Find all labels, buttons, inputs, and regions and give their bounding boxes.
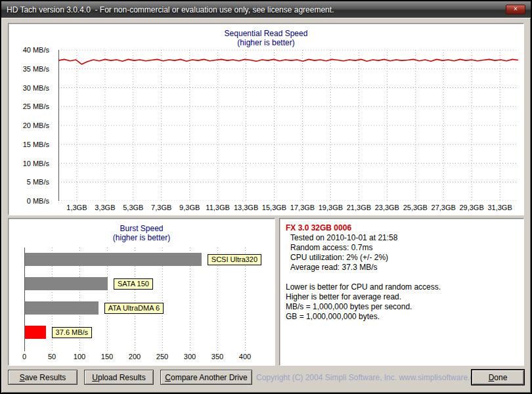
burst-bar-label: SCSI Ultra320 <box>208 254 261 265</box>
info-notes: Lower is better for CPU and random acces… <box>286 282 518 322</box>
y-axis-tick-label: 10 MB/s <box>23 160 49 167</box>
done-label: Done <box>472 373 523 382</box>
tested-on-line: Tested on 2010-10-01 at 21:58 <box>286 233 518 243</box>
y-axis-tick-label: 30 MB/s <box>23 84 49 92</box>
note-higher-better: Higher is better for average read. <box>286 292 518 302</box>
x-axis-tick-label: 27,3GB <box>432 204 456 211</box>
x-axis-tick-label: 25,3GB <box>403 204 428 211</box>
burst-x-tick-label: 300 <box>184 353 196 361</box>
burst-speed-panel: Burst Speed (higher is better) SCSI Ultr… <box>8 218 275 366</box>
save-results-button[interactable]: Save Results <box>8 370 78 385</box>
y-axis-tick-label: 0 MB/s <box>27 197 49 205</box>
burst-bar <box>25 253 202 266</box>
x-axis-tick-label: 29,3GB <box>459 204 483 211</box>
x-axis-tick-label: 1,3GB <box>66 204 87 211</box>
close-icon[interactable]: × <box>506 5 525 14</box>
results-info-panel: FX 3.0 32GB 0006 Tested on 2010-10-01 at… <box>279 218 524 366</box>
average-read-line: Average read: 37.3 MB/s <box>286 263 518 273</box>
x-axis-tick-label: 23,3GB <box>375 204 399 211</box>
y-axis-tick-label: 25 MB/s <box>23 102 49 110</box>
x-axis-tick-label: 21,3GB <box>347 204 371 211</box>
burst-x-tick-label: 200 <box>129 353 141 361</box>
x-axis-tick-label: 5,3GB <box>123 204 143 211</box>
burst-x-tick-label: 100 <box>74 353 85 361</box>
client-area: Sequential Read Speed (higher is better)… <box>1 18 531 393</box>
cpu-utilization-line: CPU utilization: 2% (+/- 2%) <box>286 253 518 263</box>
read-y-axis: 40 MB/s35 MB/s30 MB/s25 MB/s20 MB/s15 MB… <box>9 50 55 201</box>
burst-chart-title: Burst Speed <box>9 224 275 233</box>
burst-bar <box>25 277 108 290</box>
compare-another-drive-button[interactable]: Compare Another Drive <box>160 370 252 385</box>
upload-results-label: Upload Results <box>85 373 153 382</box>
burst-bars: SCSI Ultra320SATA 150ATA UltraDMA 637.6 … <box>24 253 274 351</box>
title-bar[interactable]: HD Tach version 3.0.4.0 - For non-commer… <box>1 1 531 18</box>
upload-results-button[interactable]: Upload Results <box>84 370 154 385</box>
copyright-text: Copyright (C) 2004 Simpli Software, Inc.… <box>256 373 468 382</box>
x-axis-tick-label: 17,3GB <box>290 204 315 211</box>
y-axis-tick-label: 35 MB/s <box>23 65 49 73</box>
save-results-label: Save Results <box>9 373 77 382</box>
read-chart-title: Sequential Read Speed <box>9 29 523 38</box>
y-axis-tick-label: 5 MB/s <box>27 178 49 186</box>
read-x-axis: 1,3GB3,3GB5,3GB7,3GB9,3GB11,3GB13,3GB15,… <box>58 204 518 213</box>
burst-bar-label: ATA UltraDMA 6 <box>104 303 164 314</box>
burst-bar-label: SATA 150 <box>114 278 153 290</box>
hd-tach-window: HD Tach version 3.0.4.0 - For non-commer… <box>0 0 532 394</box>
note-lower-better: Lower is better for CPU and random acces… <box>286 282 518 292</box>
y-axis-tick-label: 15 MB/s <box>23 141 49 148</box>
note-mbs-definition: MB/s = 1,000,000 bytes per second. <box>286 302 518 312</box>
burst-x-tick-label: 0 <box>22 353 26 361</box>
drive-name: FX 3.0 32GB 0006 <box>286 223 518 233</box>
random-access-line: Random access: 0.7ms <box>286 243 518 253</box>
burst-bar-label: 37.6 MB/s <box>52 327 93 338</box>
sequential-read-panel: Sequential Read Speed (higher is better)… <box>8 23 524 215</box>
note-gb-definition: GB = 1,000,000,000 bytes. <box>286 312 518 322</box>
x-axis-tick-label: 3,3GB <box>95 204 115 211</box>
x-axis-tick-label: 13,3GB <box>234 204 258 211</box>
burst-x-tick-label: 400 <box>239 353 251 361</box>
y-axis-tick-label: 20 MB/s <box>23 121 49 129</box>
read-plot-area <box>58 50 518 201</box>
compare-another-drive-label: Compare Another Drive <box>161 373 252 382</box>
done-button[interactable]: Done <box>472 370 524 385</box>
burst-bar <box>25 301 99 315</box>
burst-x-tick-label: 50 <box>48 353 56 361</box>
burst-x-axis: 050100150200250300350400 <box>24 353 269 361</box>
burst-x-tick-label: 150 <box>101 353 113 361</box>
read-plot-chart <box>58 50 518 201</box>
read-chart-subtitle: (higher is better) <box>9 38 523 47</box>
burst-chart-subtitle: (higher is better) <box>9 233 275 242</box>
window-title: HD Tach version 3.0.4.0 - For non-commer… <box>7 5 334 14</box>
x-axis-tick-label: 31,3GB <box>487 204 512 211</box>
x-axis-tick-label: 15,3GB <box>262 204 286 211</box>
x-axis-tick-label: 9,3GB <box>179 204 200 211</box>
burst-bar <box>25 326 46 339</box>
x-axis-tick-label: 7,3GB <box>151 204 171 211</box>
y-axis-tick-label: 40 MB/s <box>23 46 49 54</box>
burst-x-tick-label: 250 <box>156 353 168 361</box>
x-axis-tick-label: 19,3GB <box>319 204 343 211</box>
x-axis-tick-label: 11,3GB <box>206 204 230 211</box>
burst-x-tick-label: 350 <box>211 353 223 361</box>
